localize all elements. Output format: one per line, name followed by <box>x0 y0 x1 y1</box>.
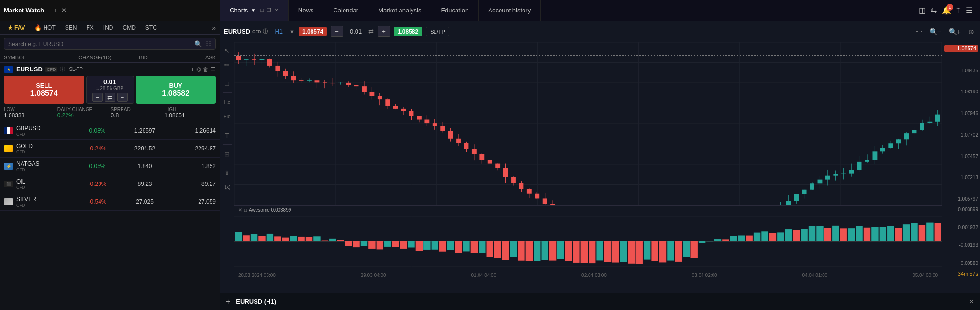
silver-cfd: CFD <box>16 203 74 207</box>
natgas-cfd: CFD <box>16 167 74 172</box>
lot-value: 0.01 <box>347 28 365 35</box>
sell-price: 1.08574 <box>8 89 80 98</box>
tab-hot[interactable]: 🔥 HOT <box>31 23 59 33</box>
zoom-in-icon[interactable]: 🔍+ <box>947 27 963 36</box>
sltp-button[interactable]: SL/TP <box>426 27 449 36</box>
exchange-icon[interactable]: ⇄ <box>368 28 374 35</box>
gold-name: GOLD <box>16 143 74 149</box>
chart-timer: 34m 57s <box>942 271 978 276</box>
pen-tool-icon[interactable]: ✏ <box>222 59 233 70</box>
gold-ask: 2294.87 <box>168 145 216 152</box>
amount-exchange-button[interactable]: ⇄ <box>105 93 115 102</box>
lot-increase-button[interactable]: + <box>378 26 390 37</box>
delete-icon[interactable]: 🗑 <box>203 66 209 73</box>
tab-education[interactable]: Education <box>431 0 479 21</box>
tab-account-history[interactable]: Account history <box>479 0 541 21</box>
tool-divider-5 <box>223 163 232 163</box>
tab-calendar[interactable]: Calendar <box>323 0 368 21</box>
transfer-icon[interactable]: ⇆ <box>931 6 937 15</box>
close-button[interactable]: ✕ <box>59 6 68 15</box>
share-icon[interactable]: ⇧ <box>222 167 233 178</box>
indicator-expand-icon[interactable]: □ <box>244 207 247 213</box>
search-input[interactable] <box>8 41 194 47</box>
lot-decrease-button[interactable]: − <box>331 26 343 37</box>
text-tool-icon[interactable]: T <box>222 130 233 140</box>
buy-sell-row: SELL 1.08574 0.01 ≈ 28.56 GBP − ⇄ + BUY … <box>4 76 216 104</box>
list-item[interactable]: ⚡ NATGAS CFD 0.05% 1.840 1.852 <box>0 158 220 175</box>
gold-cfd: CFD <box>16 149 74 154</box>
layout-icon[interactable]: ◫ <box>919 6 926 15</box>
horizontal-line-icon[interactable]: Hz <box>222 97 233 107</box>
amount-decrease-button[interactable]: − <box>92 93 103 102</box>
list-item[interactable]: GOLD CFD -0.24% 2294.52 2294.87 <box>0 140 220 158</box>
gold-change: -0.24% <box>74 145 121 152</box>
fullscreen-icon[interactable]: ❐ <box>267 7 271 13</box>
rect-tool-icon[interactable]: □ <box>222 78 233 89</box>
indicator-close-icon[interactable]: ✕ <box>238 207 242 213</box>
time-label-5: 04.04 01:00 <box>802 273 827 278</box>
menu-icon[interactable]: ☰ <box>966 6 972 15</box>
line-tool-icon[interactable]: 〰 <box>913 27 924 36</box>
amount-increase-button[interactable]: + <box>117 93 128 102</box>
close-chart-icon[interactable]: ✕ <box>274 7 278 13</box>
list-item[interactable]: ⬛ OIL CFD -0.29% 89.23 89.27 <box>0 175 220 193</box>
indicator-chart-canvas <box>234 216 942 267</box>
wifi-icon: ⍑ <box>956 6 961 15</box>
grid-view-icon[interactable]: ☷ <box>206 40 212 47</box>
more-options-icon[interactable]: ☰ <box>211 66 216 73</box>
fx-label[interactable]: f(x) <box>222 182 233 192</box>
high-value: 1.08651 <box>164 112 216 119</box>
crosshair-icon[interactable]: ⊕ <box>967 27 976 36</box>
add-icon[interactable]: + <box>191 66 194 73</box>
natgas-flag: ⚡ <box>4 163 13 170</box>
time-axis: 28.03.2024 05:00 29.03 04:00 01.04 04:00… <box>234 268 942 282</box>
stat-high: HIGH 1.08651 <box>164 107 216 119</box>
tab-fav[interactable]: ★ FAV <box>4 23 29 33</box>
tab-charts[interactable]: Charts ▼ □ ❐ ✕ <box>220 0 289 21</box>
gbpusd-bid: 1.26597 <box>121 127 168 134</box>
bottom-symbol-label: EURUSD (H1) <box>236 298 276 305</box>
layers-icon[interactable]: ⊞ <box>222 149 233 159</box>
tool-divider-4 <box>223 144 232 145</box>
expand-icon[interactable]: □ <box>260 7 264 13</box>
tab-ind[interactable]: IND <box>100 23 117 33</box>
gbpusd-change: 0.08% <box>74 127 121 134</box>
notifications-button[interactable]: 🔔 1 <box>942 6 951 15</box>
gbpusd-ask: 1.26614 <box>168 127 216 134</box>
sell-button[interactable]: SELL 1.08574 <box>4 76 84 104</box>
low-value: 1.08333 <box>4 112 56 119</box>
chart-panel: EURUSD CFD ⓘ H1 ▼ 1.08574 − 0.01 ⇄ + 1.0… <box>220 21 980 310</box>
list-item[interactable]: SILVER CFD -0.54% 27.025 27.059 <box>0 193 220 211</box>
symbol-list: GBPUSD CFD 0.08% 1.26597 1.26614 GOLD CF… <box>0 122 220 310</box>
tab-fx-label: FX <box>86 24 93 31</box>
cursor-tool-icon[interactable]: ↖ <box>222 45 233 56</box>
chart-info-icon[interactable]: ⓘ <box>263 28 268 35</box>
chart-icon[interactable]: ⌬ <box>196 66 201 73</box>
tab-stc[interactable]: STC <box>142 23 161 33</box>
tab-cmd[interactable]: CMD <box>119 23 140 33</box>
gold-bid: 2294.52 <box>121 145 168 152</box>
time-label-0: 28.03.2024 05:00 <box>238 273 276 278</box>
tab-sen[interactable]: SEN <box>61 23 81 33</box>
add-tab-button[interactable]: + <box>226 298 230 306</box>
indicator-label: ✕ □ Awesome 0.003899 <box>238 207 291 213</box>
silver-name: SILVER <box>16 196 74 203</box>
tab-fx[interactable]: FX <box>82 23 97 33</box>
price-axis: 1.08574 1.08435 1.08190 1.07946 1.07702 … <box>942 42 980 293</box>
buy-button[interactable]: BUY 1.08582 <box>136 76 216 104</box>
tab-market-analysis[interactable]: Market analysis <box>368 0 431 21</box>
chart-indicator: ✕ □ Awesome 0.003899 <box>234 205 942 268</box>
symbol-category-tabs: ★ FAV 🔥 HOT SEN FX IND CMD STC » <box>0 21 220 35</box>
fibonacci-icon[interactable]: Fib <box>222 111 233 122</box>
oil-bid: 89.23 <box>121 181 168 187</box>
timeframe-button[interactable]: H1 <box>272 27 286 36</box>
minimize-button[interactable]: □ <box>50 6 57 15</box>
bottom-close-icon[interactable]: ✕ <box>969 298 974 305</box>
info-icon[interactable]: ⓘ <box>60 66 65 73</box>
tab-news[interactable]: News <box>289 0 324 21</box>
more-tabs-icon[interactable]: » <box>212 24 216 32</box>
tool-divider-2 <box>223 92 232 93</box>
zoom-out-icon[interactable]: 🔍− <box>927 27 943 36</box>
list-item[interactable]: GBPUSD CFD 0.08% 1.26597 1.26614 <box>0 122 220 140</box>
timeframe-dropdown-icon[interactable]: ▼ <box>290 29 295 34</box>
